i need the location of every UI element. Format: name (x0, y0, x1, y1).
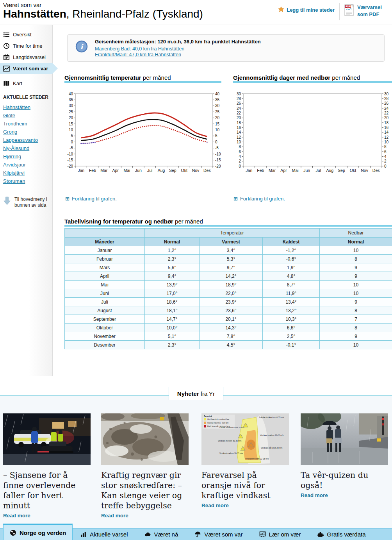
pdf-icon: PDF (344, 3, 355, 18)
svg-text:4: 4 (239, 154, 241, 159)
to-main-menu-link[interactable]: Til hovedmeny i bunnen av sida (0, 192, 52, 208)
svg-text:5: 5 (71, 134, 73, 138)
header: Været som var Hahnstätten, Rheinland-Pfa… (0, 0, 392, 25)
add-to-my-places-link[interactable]: Legg til mine steder (278, 6, 335, 14)
table-row: Juli18,6°23,9°13,4°9 (65, 298, 392, 306)
place-link[interactable]: Kilpisjärvi (0, 169, 52, 177)
svg-text:28: 28 (237, 97, 241, 101)
news-image-warning-map[interactable]: Farenivå Gult farenivå - moderat fareOra… (201, 413, 289, 465)
news-headline[interactable]: Kraftig regnvær gir stor snøskredfare: –… (101, 470, 189, 511)
place-link[interactable]: Glöte (0, 111, 52, 120)
presentation-icon (259, 531, 266, 538)
sidebar-nav: OversiktTime for timeLangtidsvarselVæret… (0, 29, 52, 89)
sidebar-item-kart[interactable]: Kart (0, 78, 52, 89)
news-headline[interactable]: – Sjansene for å finne overlevende falle… (3, 470, 91, 511)
svg-text:0: 0 (71, 140, 73, 144)
current-places-heading: AKTUELLE STEDER (0, 95, 52, 100)
read-more-link[interactable]: Read more (101, 513, 189, 519)
svg-text:14: 14 (237, 130, 241, 134)
svg-text:20: 20 (237, 116, 241, 120)
svg-text:Feb: Feb (89, 168, 96, 173)
svg-text:10: 10 (384, 140, 389, 144)
svg-text:-5: -5 (215, 146, 219, 150)
svg-text:2: 2 (239, 159, 241, 163)
sidebar-item-oversikt[interactable]: Oversikt (0, 29, 52, 40)
svg-text:26: 26 (237, 101, 241, 105)
pdf-forecast-link[interactable]: PDF Værvarsel som PDF (344, 3, 390, 18)
news-headline[interactable]: Ta vêr-quizen du også! (301, 470, 388, 490)
precip-chart-explanation-link[interactable]: ⊞Forklaring til grafen. (233, 196, 285, 202)
news-heading: Nyheterfra Yr (169, 387, 223, 400)
svg-text:Mar: Mar (100, 168, 108, 173)
news-image-rescue-night[interactable] (3, 413, 91, 465)
svg-text:Jan: Jan (78, 168, 84, 173)
svg-text:Apr: Apr (280, 168, 287, 173)
place-link[interactable]: Ny-Ålesund (0, 144, 52, 152)
svg-text:Nov: Nov (192, 168, 200, 173)
read-more-link[interactable]: Read more (201, 502, 289, 508)
news-headline[interactable]: Farevarsel på oransje nivå for kraftige … (201, 470, 289, 501)
place-link[interactable]: Hjørring (0, 152, 52, 161)
read-more-link[interactable]: Read more (301, 492, 388, 498)
place-link[interactable]: Lappeasuvanto (0, 136, 52, 144)
table-row: September14,7°20,1°10,3°7 (65, 315, 392, 324)
temp-chart-explanation-link[interactable]: ⊞Forklaring til grafen. (65, 196, 117, 202)
line-chart-icon (3, 65, 10, 72)
news-card: Kraftig regnvær gir stor snøskredfare: –… (101, 413, 189, 519)
svg-text:40: 40 (69, 92, 73, 96)
svg-text:Jul: Jul (316, 168, 321, 173)
place-link[interactable]: Arvidsjaur (0, 161, 52, 169)
svg-text:Gult farenivå - moderat fare: Gult farenivå - moderat fare (207, 418, 230, 420)
bottom-nav-v-ret-som-var[interactable]: Været som var (194, 531, 242, 538)
page-section-label: Været som var (3, 2, 41, 8)
svg-text:Jan: Jan (246, 168, 252, 173)
puzzle-icon (317, 531, 324, 538)
place-link[interactable]: Grong (0, 128, 52, 136)
svg-text:22: 22 (237, 111, 241, 115)
svg-text:16: 16 (384, 125, 389, 130)
svg-text:20: 20 (69, 116, 73, 120)
sidebar-divider (0, 76, 52, 76)
bottom-nav-aktuelle-varsel[interactable]: Aktuelle varsel (80, 531, 128, 538)
svg-text:Okt: Okt (350, 168, 356, 173)
sidebar-item-langtidsvarsel[interactable]: Langtidsvarsel (0, 52, 52, 63)
sidebar-divider (0, 190, 52, 190)
news-card: – Sjansene for å finne overlevende falle… (3, 413, 91, 519)
svg-text:20: 20 (215, 116, 220, 120)
table-row: Mars5,6°9,7°1,9°9 (65, 263, 392, 272)
place-link[interactable]: Storuman (0, 177, 52, 185)
station-link-frankfurt[interactable]: Frankfurt/Main: 47,0 km fra Hahnstätten (95, 52, 184, 57)
sidebar-item-v-ret-som-var[interactable]: Været som var (0, 63, 52, 74)
bottom-nav-norge-og-verden[interactable]: Norge og verden (3, 524, 73, 540)
table-row: Juni17,0°22,0°11,9°10 (65, 289, 392, 298)
svg-text:14: 14 (384, 130, 389, 134)
station-link-marienberg[interactable]: Marienberg Bad: 40,0 km fra Hahnstätten (95, 46, 184, 52)
svg-text:30: 30 (384, 92, 389, 96)
bottom-nav-v-ret-n-[interactable]: Været nå (144, 531, 178, 538)
svg-text:24: 24 (384, 106, 389, 111)
table-group-temperature: Temperatur (145, 229, 320, 238)
news-image-avalanche[interactable] (101, 413, 189, 465)
news-image-rain-street[interactable] (301, 413, 388, 465)
svg-text:-20: -20 (215, 164, 221, 168)
svg-text:4: 4 (384, 154, 387, 159)
place-link[interactable]: Trondheim (0, 120, 52, 128)
svg-text:Oransje farenivå - stor fare: Oransje farenivå - stor fare (207, 422, 229, 424)
read-more-link[interactable]: Read more (3, 513, 91, 519)
bottom-nav-gratis-v-rdata[interactable]: Gratis værdata (317, 531, 365, 538)
svg-text:35: 35 (215, 98, 220, 102)
station-text: Geisenheim målestasjon: 120 m.o.h, 36,0 … (95, 39, 261, 45)
svg-text:10: 10 (237, 140, 241, 144)
place-link[interactable]: Hahnstätten (0, 103, 52, 111)
temp-title-underline (64, 81, 221, 83)
svg-text:6: 6 (239, 150, 241, 154)
svg-text:Aug: Aug (326, 168, 334, 173)
header-actions: Legg til mine steder PDF Værvarsel som P… (278, 3, 390, 20)
svg-text:-20: -20 (68, 164, 73, 168)
header-divider (339, 3, 340, 20)
bottom-nav-l-r-om-v-r[interactable]: Lær om vær (259, 531, 301, 538)
svg-text:20: 20 (384, 116, 389, 120)
sidebar-item-time-for-time[interactable]: Time for time (0, 40, 52, 52)
svg-text:Mai: Mai (292, 168, 299, 173)
svg-text:Jun: Jun (303, 168, 310, 173)
